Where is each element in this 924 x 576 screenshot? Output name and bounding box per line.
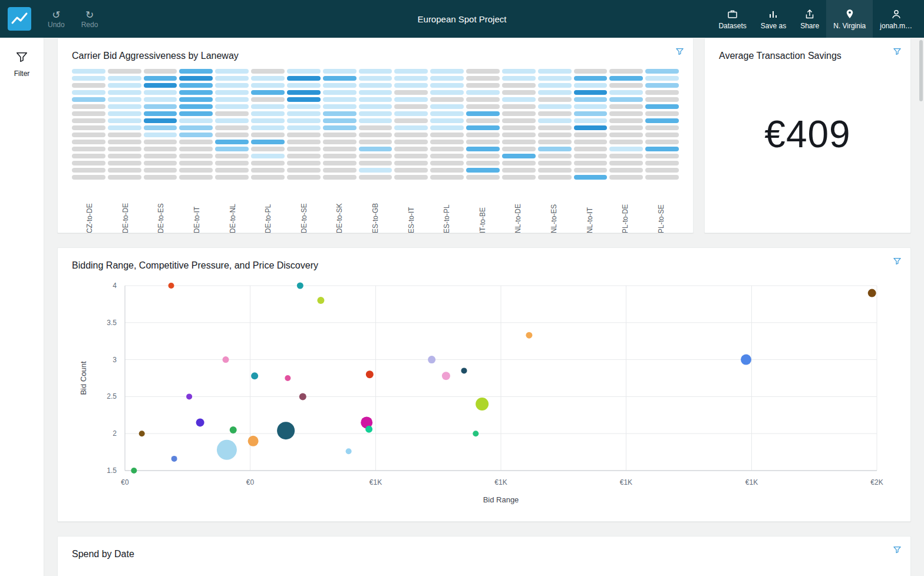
redo-button[interactable]: ↻ Redo: [81, 9, 98, 29]
heatmap-cell[interactable]: [72, 147, 105, 151]
bubble-point[interactable]: [317, 297, 324, 304]
heatmap-cell[interactable]: [251, 168, 285, 173]
bubble-point[interactable]: [223, 356, 229, 363]
heatmap-cell[interactable]: [323, 161, 357, 165]
heatmap-cell[interactable]: [144, 161, 177, 165]
heatmap-cell[interactable]: [645, 97, 679, 102]
heatmap-cell[interactable]: [609, 175, 643, 180]
heatmap-cell[interactable]: [179, 118, 213, 123]
heatmap-cell[interactable]: [466, 76, 500, 81]
heatmap-cell[interactable]: [430, 97, 464, 102]
heatmap-cell[interactable]: [609, 161, 643, 165]
region-selector[interactable]: N. Virginia: [826, 0, 873, 38]
heatmap-cell[interactable]: [215, 161, 249, 165]
heatmap-cell[interactable]: [538, 111, 572, 116]
heatmap-cell[interactable]: [72, 161, 105, 165]
heatmap-cell[interactable]: [179, 111, 213, 116]
heatmap-cell[interactable]: [359, 140, 392, 144]
heatmap-cell[interactable]: [645, 69, 679, 74]
heatmap-cell[interactable]: [108, 111, 141, 116]
heatmap-cell[interactable]: [359, 133, 392, 137]
heatmap-cell[interactable]: [394, 69, 428, 74]
heatmap-cell[interactable]: [287, 118, 321, 123]
average-savings-card[interactable]: Average Transaction Savings €409: [704, 38, 911, 233]
bubble-point[interactable]: [346, 448, 352, 454]
heatmap-cell[interactable]: [108, 133, 141, 137]
heatmap-cell[interactable]: [574, 90, 608, 95]
heatmap-cell[interactable]: [609, 97, 643, 102]
bubble-point[interactable]: [277, 422, 295, 439]
heatmap-cell[interactable]: [645, 168, 679, 173]
heatmap-cell[interactable]: [394, 104, 428, 109]
heatmap-cell[interactable]: [323, 118, 357, 123]
heatmap-cell[interactable]: [144, 125, 177, 130]
heatmap-cell[interactable]: [359, 154, 392, 158]
heatmap-cell[interactable]: [287, 97, 321, 102]
heatmap-cell[interactable]: [430, 133, 464, 137]
heatmap-cell[interactable]: [72, 97, 105, 102]
heatmap-cell[interactable]: [72, 175, 105, 180]
heatmap-cell[interactable]: [609, 90, 643, 95]
heatmap-cell[interactable]: [144, 118, 177, 123]
heatmap-cell[interactable]: [359, 83, 392, 88]
heatmap-cell[interactable]: [251, 104, 285, 109]
heatmap-cell[interactable]: [645, 175, 679, 180]
heatmap-cell[interactable]: [466, 83, 500, 88]
heatmap-cell[interactable]: [394, 125, 428, 130]
heatmap-cell[interactable]: [251, 90, 285, 95]
heatmap-cell[interactable]: [72, 140, 105, 144]
heatmap-cell[interactable]: [287, 133, 321, 137]
heatmap-cell[interactable]: [72, 104, 105, 109]
heatmap-cell[interactable]: [215, 69, 249, 74]
heatmap-cell[interactable]: [108, 154, 141, 158]
heatmap-cell[interactable]: [394, 168, 428, 173]
heatmap-cell[interactable]: [144, 69, 177, 74]
sidebar-filter-tool[interactable]: Filter: [0, 51, 44, 78]
heatmap-cell[interactable]: [609, 69, 643, 74]
heatmap-cell[interactable]: [574, 175, 608, 180]
bubble-point[interactable]: [366, 370, 374, 378]
heatmap-cell[interactable]: [108, 147, 141, 151]
heatmap-filter-button[interactable]: [675, 47, 684, 56]
heatmap-cell[interactable]: [323, 147, 357, 151]
heatmap-cell[interactable]: [574, 97, 608, 102]
heatmap-cell[interactable]: [359, 161, 392, 165]
heatmap-cell[interactable]: [466, 90, 500, 95]
heatmap-cell[interactable]: [502, 125, 536, 130]
heatmap-cell[interactable]: [359, 175, 392, 180]
heatmap-cell[interactable]: [394, 154, 428, 158]
heatmap-cell[interactable]: [359, 90, 392, 95]
heatmap-cell[interactable]: [215, 76, 249, 81]
heatmap-cell[interactable]: [359, 69, 392, 74]
heatmap-cell[interactable]: [645, 83, 679, 88]
heatmap-cell[interactable]: [72, 83, 105, 88]
heatmap-cell[interactable]: [179, 133, 213, 137]
heatmap-cell[interactable]: [645, 133, 679, 137]
heatmap-cell[interactable]: [144, 111, 177, 116]
heatmap-cell[interactable]: [645, 140, 679, 144]
heatmap-cell[interactable]: [287, 161, 321, 165]
heatmap-cell[interactable]: [144, 76, 177, 81]
heatmap-cell[interactable]: [108, 161, 141, 165]
heatmap-cell[interactable]: [108, 175, 141, 180]
heatmap-cell[interactable]: [609, 111, 643, 116]
heatmap-cell[interactable]: [466, 154, 500, 158]
heatmap-cell[interactable]: [574, 111, 608, 116]
heatmap-cell[interactable]: [179, 83, 213, 88]
heatmap-cell[interactable]: [430, 161, 464, 165]
heatmap-cell[interactable]: [287, 104, 321, 109]
heatmap-cell[interactable]: [466, 140, 500, 144]
bubble-filter-button[interactable]: [893, 257, 902, 266]
bubble-point[interactable]: [186, 393, 192, 399]
heatmap-cell[interactable]: [215, 140, 249, 144]
bubble-point[interactable]: [473, 431, 478, 436]
bubble-point[interactable]: [217, 440, 237, 460]
heatmap-cell[interactable]: [394, 118, 428, 123]
heatmap-cell[interactable]: [645, 104, 679, 109]
heatmap-cell[interactable]: [430, 69, 464, 74]
heatmap-cell[interactable]: [538, 90, 572, 95]
heatmap-cell[interactable]: [538, 97, 572, 102]
heatmap-cell[interactable]: [574, 76, 608, 81]
heatmap-cell[interactable]: [502, 83, 536, 88]
heatmap-cell[interactable]: [179, 154, 213, 158]
